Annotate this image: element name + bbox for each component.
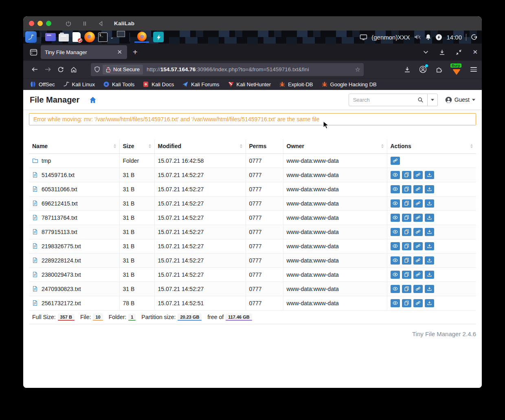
link-button[interactable] xyxy=(413,199,423,208)
file-link[interactable]: 877915113.txt xyxy=(32,229,116,235)
download-button[interactable] xyxy=(425,271,434,279)
reload-icon[interactable] xyxy=(54,63,67,76)
copy-button[interactable] xyxy=(402,285,411,293)
copy-button[interactable] xyxy=(402,299,411,307)
new-tab-button[interactable]: + xyxy=(133,48,138,57)
home-link[interactable] xyxy=(89,96,97,103)
restore-window-icon[interactable] xyxy=(456,49,462,55)
forward-icon[interactable] xyxy=(41,63,54,76)
bookmark-kali-tools[interactable]: Kali Tools xyxy=(103,81,134,88)
workspace-switcher[interactable] xyxy=(117,31,125,37)
preview-button[interactable] xyxy=(391,271,400,279)
terminal-emulator-launcher[interactable]: $_ xyxy=(97,32,108,42)
browser-tab-active[interactable]: Tiny File Manager ✕ xyxy=(41,45,127,59)
macos-zoom-button[interactable] xyxy=(46,21,51,26)
taskbar-window-zap[interactable] xyxy=(153,32,164,42)
column-header-size[interactable]: Size xyxy=(119,139,154,153)
preview-button[interactable] xyxy=(391,185,400,193)
link-button[interactable] xyxy=(413,185,423,193)
file-link[interactable]: 605311066.txt xyxy=(32,186,116,192)
preview-button[interactable] xyxy=(391,299,400,307)
file-link[interactable]: 787113764.txt xyxy=(32,214,116,221)
file-link[interactable]: 2561732172.txt xyxy=(32,300,116,306)
file-link[interactable]: 51459716.txt xyxy=(32,172,116,178)
copy-button[interactable] xyxy=(402,242,411,250)
download-button[interactable] xyxy=(425,171,434,179)
tab-close-icon[interactable]: ✕ xyxy=(116,48,123,56)
firefox-view-icon[interactable] xyxy=(30,49,37,56)
list-all-tabs-icon[interactable] xyxy=(423,50,428,54)
column-header-actions[interactable]: Actions xyxy=(387,139,476,153)
previous-icon[interactable] xyxy=(98,21,103,26)
terminal-launcher[interactable] xyxy=(45,32,56,42)
copy-button[interactable] xyxy=(402,199,411,208)
notification-bell-icon[interactable] xyxy=(425,34,431,40)
preview-button[interactable] xyxy=(391,199,400,208)
download-button[interactable] xyxy=(425,185,434,193)
copy-button[interactable] xyxy=(402,171,411,179)
link-button[interactable] xyxy=(413,256,423,265)
home-icon[interactable] xyxy=(67,63,80,76)
back-icon[interactable] xyxy=(28,63,41,76)
firefox-launcher[interactable] xyxy=(84,32,95,42)
copy-button[interactable] xyxy=(402,214,411,222)
search-options-button[interactable] xyxy=(428,94,437,106)
copy-button[interactable] xyxy=(402,256,411,265)
close-window-icon[interactable]: ✕ xyxy=(472,48,478,56)
file-manager-launcher[interactable] xyxy=(58,32,69,42)
foxyproxy-extension-icon[interactable]: Burp xyxy=(451,64,462,75)
pause-icon[interactable] xyxy=(82,21,87,26)
link-button[interactable] xyxy=(413,299,423,307)
download-button[interactable] xyxy=(425,299,434,307)
download-button[interactable] xyxy=(425,199,434,208)
display-icon[interactable] xyxy=(360,34,367,40)
preview-button[interactable] xyxy=(391,171,400,179)
search-input[interactable] xyxy=(349,97,414,103)
shield-icon[interactable] xyxy=(94,66,100,73)
downloads-icon[interactable] xyxy=(439,49,445,55)
download-button[interactable] xyxy=(425,228,434,236)
link-button[interactable] xyxy=(413,171,423,179)
audio-muted-icon[interactable] xyxy=(414,34,421,40)
preview-button[interactable] xyxy=(391,256,400,265)
power-icon[interactable] xyxy=(65,20,72,27)
file-link[interactable]: tmp xyxy=(32,158,116,164)
column-header-name[interactable]: Name xyxy=(29,139,119,153)
taskbar-window-firefox[interactable] xyxy=(134,32,149,43)
launcher-chevron-icon[interactable]: ⌄ xyxy=(110,35,114,40)
link-button[interactable] xyxy=(413,214,423,222)
text-editor-launcher[interactable] xyxy=(71,32,82,42)
bookmark-kali-docs[interactable]: Kali Docs xyxy=(143,81,174,88)
file-link[interactable]: 696212415.txt xyxy=(32,200,116,207)
link-button[interactable] xyxy=(413,285,423,293)
bookmark-kali-forums[interactable]: Kali Forums xyxy=(182,81,219,88)
kali-menu-button[interactable] xyxy=(25,31,37,43)
power-manager-icon[interactable] xyxy=(435,34,442,41)
link-button[interactable] xyxy=(413,271,423,279)
preview-button[interactable] xyxy=(391,242,400,250)
column-header-modified[interactable]: Modified xyxy=(154,139,246,153)
macos-close-button[interactable] xyxy=(29,21,34,26)
bookmark-offsec[interactable]: OffSec xyxy=(30,81,55,88)
user-menu[interactable]: Guest xyxy=(445,96,475,103)
bookmark-kali-nethunter[interactable]: Kali NetHunter xyxy=(228,81,271,88)
file-link[interactable]: 2198326775.txt xyxy=(32,243,116,249)
link-button[interactable] xyxy=(413,242,423,250)
macos-minimize-button[interactable] xyxy=(37,21,43,26)
bookmark-exploit-db[interactable]: Exploit-DB xyxy=(279,81,313,88)
link-button[interactable] xyxy=(413,228,423,236)
link-button[interactable] xyxy=(391,157,400,165)
download-button[interactable] xyxy=(425,242,434,250)
file-link[interactable]: 2289228124.txt xyxy=(32,257,116,264)
file-link[interactable]: 2380029473.txt xyxy=(32,271,116,278)
file-link[interactable]: 2470930823.txt xyxy=(32,286,116,292)
logout-icon[interactable] xyxy=(470,33,478,41)
bookmark-google-hacking-db[interactable]: Google Hacking DB xyxy=(321,81,377,88)
copy-button[interactable] xyxy=(402,271,411,279)
preview-button[interactable] xyxy=(391,228,400,236)
column-header-owner[interactable]: Owner xyxy=(283,139,387,153)
account-icon[interactable] xyxy=(419,66,427,73)
security-chip[interactable]: Not Secure xyxy=(103,65,143,74)
copy-button[interactable] xyxy=(402,228,411,236)
preview-button[interactable] xyxy=(391,214,400,222)
